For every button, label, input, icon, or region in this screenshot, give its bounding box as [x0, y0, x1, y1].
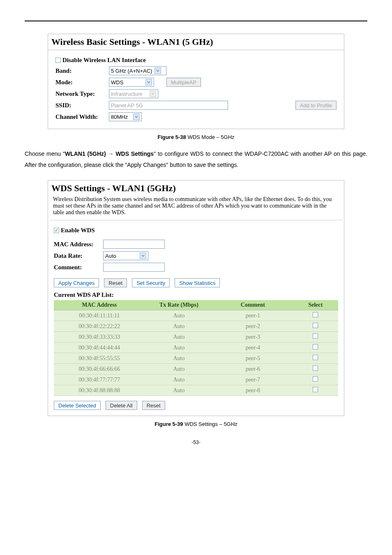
th-rate: Tx Rate (Mbps) [145, 300, 213, 310]
top-rule [25, 21, 367, 21]
reset-list-button[interactable]: Reset [142, 401, 165, 410]
comment-input[interactable] [103, 263, 165, 272]
cell-mac: 00:30:4f:66:66:66 [54, 364, 145, 375]
table-row: 00:30:4f:77:77:77Autopeer-7 [54, 375, 338, 385]
cell-mac: 00:30:4f:22:22:22 [54, 321, 145, 332]
instruction-paragraph: Choose menu "WLAN1 (5GHz) → WDS Settings… [25, 148, 367, 170]
figure-caption-1: Figure 5-38 WDS Mode – 5GHz [25, 134, 367, 140]
cell-rate: Auto [145, 310, 213, 321]
disable-wlan-label: Disable Wireless LAN Interface [62, 57, 146, 64]
wds-settings-panel: WDS Settings - WLAN1 (5GHz) Wireless Dis… [48, 180, 344, 416]
multiple-ap-button[interactable]: MultipleAP [166, 78, 201, 87]
cell-select [293, 310, 338, 321]
band-label: Band: [55, 67, 109, 74]
reset-button[interactable]: Reset [104, 278, 127, 287]
chevron-down-icon [154, 67, 161, 74]
chevron-down-icon [133, 113, 140, 120]
cell-rate: Auto [145, 342, 213, 353]
cell-select [293, 353, 338, 364]
table-row: 00:30:4f:44:44:44Autopeer-4 [54, 342, 338, 353]
channel-width-label: Channel Width: [55, 113, 109, 120]
network-type-label: Network Type: [55, 90, 109, 97]
network-type-value: Infrastructure [111, 91, 143, 97]
table-row: 00:30:4f:88:88:88Autopeer-8 [54, 385, 338, 396]
cell-comment: peer-2 [213, 321, 293, 332]
comment-label: Comment: [54, 264, 103, 271]
row-select-checkbox[interactable] [313, 323, 318, 328]
cell-mac: 00:30:4f:44:44:44 [54, 342, 145, 353]
disable-wlan-checkbox[interactable] [55, 58, 61, 63]
figure-caption-2-rest: WDS Settings – 5GHz [183, 421, 238, 427]
row-select-checkbox[interactable] [313, 355, 318, 360]
mac-address-input[interactable] [103, 240, 165, 249]
table-row: 00:30:4f:66:66:66Autopeer-6 [54, 364, 338, 375]
ssid-label: SSID: [55, 102, 109, 109]
cell-rate: Auto [145, 375, 213, 385]
chevron-down-icon [150, 90, 156, 97]
table-row: 00:30:4f:55:55:55Autopeer-5 [54, 353, 338, 364]
arrow-icon: → [108, 150, 114, 157]
cell-select [293, 332, 338, 342]
cell-comment: peer-8 [213, 385, 293, 396]
table-row: 00:30:4f:22:22:22Autopeer-2 [54, 321, 338, 332]
cell-comment: peer-5 [213, 353, 293, 364]
panel-title: Wireless Basic Settings - WLAN1 (5 GHz) [48, 34, 344, 50]
row-select-checkbox[interactable] [313, 387, 318, 392]
cell-rate: Auto [145, 353, 213, 364]
channel-width-select[interactable]: 80MHz [109, 112, 142, 121]
cell-select [293, 375, 338, 385]
cell-rate: Auto [145, 332, 213, 342]
cell-select [293, 321, 338, 332]
table-row: 00:30:4f:11:11:11Autopeer-1 [54, 310, 338, 321]
data-rate-label: Data Rate: [54, 252, 103, 259]
delete-all-button[interactable]: Delete All [106, 401, 137, 410]
channel-width-value: 80MHz [111, 114, 128, 120]
cell-rate: Auto [145, 321, 213, 332]
delete-selected-button[interactable]: Delete Selected [54, 401, 101, 410]
chevron-down-icon [145, 79, 152, 86]
cell-mac: 00:30:4f:11:11:11 [54, 310, 145, 321]
para-bold: WLAN1 (5GHz) [65, 150, 108, 157]
cell-comment: peer-6 [213, 364, 293, 375]
figure-caption-1-rest: WDS Mode – 5GHz [186, 134, 235, 140]
cell-mac: 00:30:4f:55:55:55 [54, 353, 145, 364]
row-select-checkbox[interactable] [313, 312, 318, 317]
ssid-input: Planet AP 5G [109, 101, 228, 110]
data-rate-select[interactable]: Auto [103, 251, 148, 260]
wds-title: WDS Settings - WLAN1 (5GHz) [48, 180, 344, 194]
row-select-checkbox[interactable] [313, 365, 318, 371]
cell-comment: peer-1 [213, 310, 293, 321]
mode-select[interactable]: WDS [109, 78, 154, 87]
band-value: 5 GHz (A+N+AC) [111, 68, 152, 74]
set-security-button[interactable]: Set Security [132, 278, 170, 287]
row-select-checkbox[interactable] [313, 333, 318, 339]
cell-select [293, 385, 338, 396]
show-statistics-button[interactable]: Show Statistics [175, 278, 220, 287]
cell-comment: peer-4 [213, 342, 293, 353]
mode-value: WDS [111, 79, 123, 86]
mac-address-label: MAC Address: [54, 241, 103, 248]
wds-ap-table: MAC Address Tx Rate (Mbps) Comment Selec… [54, 300, 338, 396]
figure-caption-1-bold: Figure 5-38 [157, 134, 186, 140]
add-to-profile-button[interactable]: Add to Profile [295, 101, 337, 110]
cell-mac: 00:30:4f:33:33:33 [54, 332, 145, 342]
network-type-select: Infrastructure [109, 89, 158, 98]
figure-caption-2-bold: Figure 5-39 [154, 421, 183, 427]
enable-wds-checkbox[interactable] [54, 228, 59, 233]
row-select-checkbox[interactable] [313, 344, 318, 349]
cell-select [293, 342, 338, 353]
row-select-checkbox[interactable] [313, 376, 318, 382]
page-number: -53- [25, 439, 367, 445]
apply-changes-button[interactable]: Apply Changes [54, 278, 99, 287]
cell-rate: Auto [145, 385, 213, 396]
data-rate-value: Auto [105, 253, 116, 259]
cell-rate: Auto [145, 364, 213, 375]
chevron-down-icon [140, 252, 146, 259]
cell-mac: 00:30:4f:77:77:77 [54, 375, 145, 385]
th-select: Select [293, 300, 338, 310]
band-select[interactable]: 5 GHz (A+N+AC) [109, 66, 166, 75]
para-bold: WDS Settings [114, 150, 154, 157]
enable-wds-label: Enable WDS [61, 227, 95, 234]
wds-list-label: Current WDS AP List: [54, 291, 338, 298]
wireless-basic-panel: Wireless Basic Settings - WLAN1 (5 GHz) … [48, 34, 344, 129]
